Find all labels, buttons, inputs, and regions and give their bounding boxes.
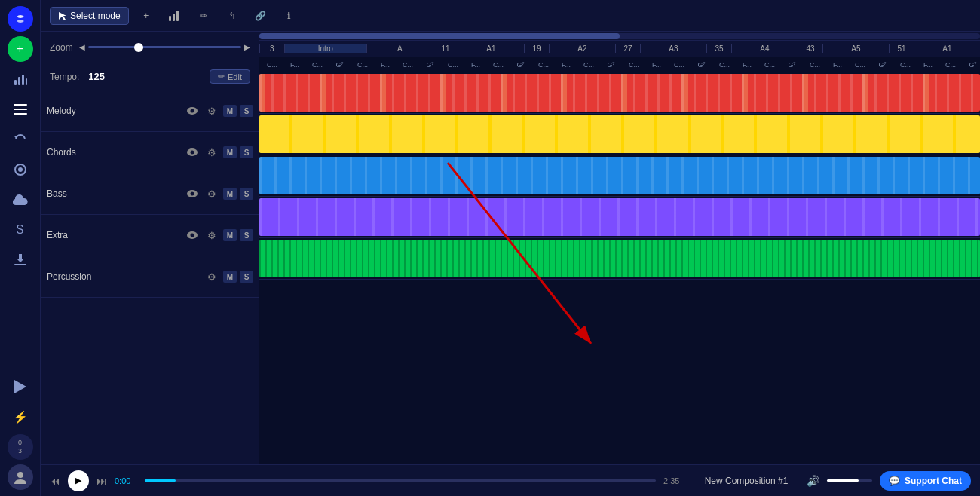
track-fill-extra: [259, 198, 980, 236]
solo-melody-button[interactable]: S: [240, 105, 253, 117]
download-sidebar-icon[interactable]: [8, 247, 33, 273]
track-fill-chords: [259, 115, 980, 153]
track-lane-percussion[interactable]: [259, 238, 980, 280]
select-mode-label: Select mode: [70, 11, 121, 21]
svg-rect-3: [22, 75, 24, 85]
chord-c10: C...: [668, 61, 691, 69]
track-lane-bass[interactable]: [259, 155, 980, 197]
percussion-pattern: [259, 240, 980, 277]
track-lane-extra[interactable]: [259, 197, 980, 238]
chord-g1: G⁷: [329, 61, 351, 69]
link-toolbar-button[interactable]: 🔗: [250, 5, 272, 27]
chord-c9: C...: [623, 61, 645, 69]
eye-bass-icon[interactable]: [184, 185, 201, 202]
info-toolbar-button[interactable]: ℹ: [278, 5, 301, 27]
mute-percussion-button[interactable]: M: [223, 271, 237, 283]
mute-chords-button[interactable]: M: [223, 146, 237, 158]
layers-sidebar-icon[interactable]: [8, 96, 33, 122]
section-a4: A4: [731, 44, 798, 53]
svg-marker-12: [14, 380, 26, 393]
bolt-sidebar-icon[interactable]: ⚡: [8, 404, 33, 430]
pencil-edit-icon: ✏: [218, 72, 225, 81]
eye-melody-icon[interactable]: [184, 103, 201, 119]
dollar-sidebar-icon[interactable]: $: [8, 217, 33, 243]
zoom-slider-container: ◀ ▶: [79, 43, 250, 51]
gear-extra-icon[interactable]: ⚙: [204, 227, 220, 243]
solo-bass-button[interactable]: S: [240, 188, 253, 200]
svg-point-19: [191, 109, 194, 113]
track-controls-extra: ⚙ M S: [184, 227, 253, 243]
volume-fill: [827, 479, 859, 482]
select-mode-button[interactable]: Select mode: [50, 7, 129, 25]
mute-bass-button[interactable]: M: [223, 188, 237, 200]
melody-pattern: [259, 74, 980, 112]
cloud-sidebar-icon[interactable]: [8, 187, 33, 213]
zoom-slider[interactable]: [88, 46, 241, 48]
undo-sidebar-icon[interactable]: [8, 127, 33, 152]
section-19: 19: [524, 44, 549, 53]
tracks-container[interactable]: [259, 72, 980, 464]
cursor-toolbar-button[interactable]: ↰: [221, 5, 243, 27]
svg-point-25: [191, 234, 194, 237]
svg-point-0: [13, 11, 28, 26]
solo-extra-button[interactable]: S: [240, 229, 253, 241]
chord-g8: G⁷: [962, 61, 978, 69]
play-sidebar-icon[interactable]: [8, 374, 33, 400]
section-43: 43: [798, 44, 822, 53]
volume-slider[interactable]: [827, 479, 872, 482]
play-button[interactable]: ▶: [68, 470, 89, 491]
section-a2: A2: [549, 44, 615, 53]
gear-percussion-icon[interactable]: ⚙: [204, 268, 220, 285]
stats-toolbar-button[interactable]: [164, 5, 186, 27]
time-start: 0:00: [115, 476, 137, 485]
section-a5: A5: [822, 44, 889, 53]
add-sidebar-button[interactable]: +: [8, 36, 33, 62]
svg-rect-16: [173, 14, 175, 21]
eye-chords-icon[interactable]: [184, 144, 201, 161]
next-button[interactable]: ⏭: [96, 475, 107, 487]
svg-rect-11: [14, 264, 26, 265]
track-name-percussion: Percussion: [47, 271, 100, 282]
gear-bass-icon[interactable]: ⚙: [204, 185, 220, 202]
scrollbar-track[interactable]: [259, 33, 980, 39]
gear-chords-icon[interactable]: ⚙: [204, 144, 220, 161]
track-lane-melody[interactable]: [259, 72, 980, 114]
zoom-thumb[interactable]: [134, 43, 143, 52]
svg-rect-2: [18, 77, 20, 85]
chord-f1: F...: [283, 61, 306, 69]
track-row-melody: Melody ⚙ M S: [41, 90, 259, 132]
solo-chords-button[interactable]: S: [240, 146, 253, 158]
track-controls-chords: ⚙ M S: [184, 144, 253, 161]
mute-melody-button[interactable]: M: [223, 105, 237, 117]
prev-button[interactable]: ⏮: [50, 475, 60, 487]
svg-point-13: [17, 472, 23, 478]
svg-rect-17: [176, 11, 179, 21]
eye-extra-icon[interactable]: [184, 227, 201, 243]
tempo-edit-button[interactable]: ✏ Edit: [210, 69, 250, 84]
avatar[interactable]: [8, 464, 33, 490]
mute-extra-button[interactable]: M: [223, 229, 237, 241]
circle-sidebar-icon[interactable]: [8, 157, 33, 182]
progress-bar[interactable]: [145, 479, 656, 482]
zoom-right-arrow[interactable]: ▶: [244, 43, 250, 51]
section-35: 35: [706, 44, 731, 53]
scrollbar-thumb[interactable]: [259, 33, 620, 39]
zoom-left-arrow[interactable]: ◀: [79, 43, 85, 51]
track-labels-panel: Zoom ◀ ▶ Tempo: 125 ✏ Edit: [41, 32, 259, 464]
gear-melody-icon[interactable]: ⚙: [204, 103, 220, 119]
track-lane-chords[interactable]: [259, 114, 980, 155]
svg-marker-14: [59, 12, 66, 20]
solo-percussion-button[interactable]: S: [240, 271, 253, 283]
pencil-toolbar-button[interactable]: ✏: [192, 5, 215, 27]
volume-icon[interactable]: 🔊: [807, 475, 819, 487]
add-toolbar-button[interactable]: +: [135, 5, 158, 27]
scrollbar-row[interactable]: [259, 32, 980, 41]
chord-c12: C...: [758, 61, 781, 69]
track-name-melody: Melody: [47, 106, 100, 116]
chord-f3: F...: [464, 61, 487, 69]
logo-icon[interactable]: [8, 6, 33, 32]
support-chat-button[interactable]: 💬 Support Chat: [880, 471, 971, 491]
content-area: Zoom ◀ ▶ Tempo: 125 ✏ Edit: [41, 32, 980, 464]
support-chat-icon: 💬: [889, 476, 900, 486]
chart-sidebar-icon[interactable]: [8, 66, 33, 92]
